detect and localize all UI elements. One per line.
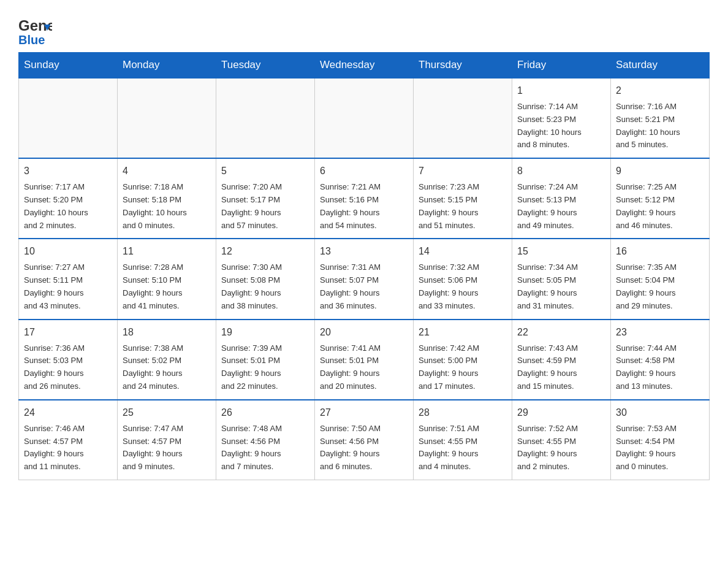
day-info: Sunrise: 7:21 AM Sunset: 5:16 PM Dayligh…: [320, 181, 408, 232]
weekday-header-sunday: Sunday: [19, 53, 118, 79]
calendar-cell: 27Sunrise: 7:50 AM Sunset: 4:56 PM Dayli…: [315, 400, 414, 480]
calendar-cell: 10Sunrise: 7:27 AM Sunset: 5:11 PM Dayli…: [19, 239, 118, 319]
day-info: Sunrise: 7:20 AM Sunset: 5:17 PM Dayligh…: [221, 181, 309, 232]
calendar-week-2: 3Sunrise: 7:17 AM Sunset: 5:20 PM Daylig…: [19, 158, 710, 239]
calendar-cell: 25Sunrise: 7:47 AM Sunset: 4:57 PM Dayli…: [118, 400, 216, 480]
calendar-cell: 13Sunrise: 7:31 AM Sunset: 5:07 PM Dayli…: [315, 239, 414, 319]
day-info: Sunrise: 7:35 AM Sunset: 5:04 PM Dayligh…: [616, 261, 704, 312]
weekday-header-tuesday: Tuesday: [216, 53, 315, 79]
day-number: 5: [221, 164, 309, 178]
day-number: 17: [24, 325, 112, 340]
day-info: Sunrise: 7:18 AM Sunset: 5:18 PM Dayligh…: [123, 181, 211, 232]
calendar-cell: 17Sunrise: 7:36 AM Sunset: 5:03 PM Dayli…: [19, 320, 118, 400]
day-number: 13: [320, 244, 408, 259]
day-info: Sunrise: 7:52 AM Sunset: 4:55 PM Dayligh…: [517, 423, 605, 473]
day-info: Sunrise: 7:42 AM Sunset: 5:00 PM Dayligh…: [419, 342, 507, 393]
day-info: Sunrise: 7:38 AM Sunset: 5:02 PM Dayligh…: [123, 342, 211, 393]
day-number: 20: [320, 325, 408, 340]
calendar-cell: 2Sunrise: 7:16 AM Sunset: 5:21 PM Daylig…: [611, 78, 710, 158]
day-number: 30: [616, 405, 704, 420]
calendar-cell: 11Sunrise: 7:28 AM Sunset: 5:10 PM Dayli…: [118, 239, 216, 319]
day-number: 18: [123, 325, 211, 340]
calendar-week-5: 24Sunrise: 7:46 AM Sunset: 4:57 PM Dayli…: [19, 400, 710, 480]
calendar-cell: 21Sunrise: 7:42 AM Sunset: 5:00 PM Dayli…: [414, 320, 512, 400]
day-number: 19: [221, 325, 309, 340]
day-number: 9: [616, 164, 704, 178]
svg-text:Blue: Blue: [18, 33, 45, 46]
calendar-cell: 19Sunrise: 7:39 AM Sunset: 5:01 PM Dayli…: [216, 320, 315, 400]
day-info: Sunrise: 7:36 AM Sunset: 5:03 PM Dayligh…: [24, 342, 112, 393]
day-number: 12: [221, 244, 309, 259]
day-number: 21: [419, 325, 507, 340]
calendar-cell: 5Sunrise: 7:20 AM Sunset: 5:17 PM Daylig…: [216, 158, 315, 239]
day-info: Sunrise: 7:39 AM Sunset: 5:01 PM Dayligh…: [221, 342, 309, 393]
calendar-cell: 1Sunrise: 7:14 AM Sunset: 5:23 PM Daylig…: [512, 78, 611, 158]
calendar-cell: 4Sunrise: 7:18 AM Sunset: 5:18 PM Daylig…: [118, 158, 216, 239]
day-info: Sunrise: 7:47 AM Sunset: 4:57 PM Dayligh…: [123, 423, 211, 473]
day-info: Sunrise: 7:14 AM Sunset: 5:23 PM Dayligh…: [517, 101, 605, 151]
calendar-cell: 18Sunrise: 7:38 AM Sunset: 5:02 PM Dayli…: [118, 320, 216, 400]
day-number: 11: [123, 244, 211, 259]
weekday-header-row: SundayMondayTuesdayWednesdayThursdayFrid…: [19, 53, 710, 79]
day-number: 27: [320, 405, 408, 420]
day-info: Sunrise: 7:51 AM Sunset: 4:55 PM Dayligh…: [419, 423, 507, 473]
weekday-header-thursday: Thursday: [414, 53, 512, 79]
calendar-week-1: 1Sunrise: 7:14 AM Sunset: 5:23 PM Daylig…: [19, 78, 710, 158]
day-number: 14: [419, 244, 507, 259]
day-number: 23: [616, 325, 704, 340]
weekday-header-wednesday: Wednesday: [315, 53, 414, 79]
logo: General Blue: [18, 12, 52, 46]
day-number: 25: [123, 405, 211, 420]
calendar-cell: 15Sunrise: 7:34 AM Sunset: 5:05 PM Dayli…: [512, 239, 611, 319]
day-info: Sunrise: 7:25 AM Sunset: 5:12 PM Dayligh…: [616, 181, 704, 232]
calendar-cell: 29Sunrise: 7:52 AM Sunset: 4:55 PM Dayli…: [512, 400, 611, 480]
calendar-header: SundayMondayTuesdayWednesdayThursdayFrid…: [19, 53, 710, 79]
calendar-cell: [414, 78, 512, 158]
day-number: 6: [320, 164, 408, 178]
calendar-cell: 30Sunrise: 7:53 AM Sunset: 4:54 PM Dayli…: [611, 400, 710, 480]
day-number: 29: [517, 405, 605, 420]
calendar-cell: 7Sunrise: 7:23 AM Sunset: 5:15 PM Daylig…: [414, 158, 512, 239]
day-info: Sunrise: 7:32 AM Sunset: 5:06 PM Dayligh…: [419, 261, 507, 312]
day-number: 16: [616, 244, 704, 259]
calendar-cell: 8Sunrise: 7:24 AM Sunset: 5:13 PM Daylig…: [512, 158, 611, 239]
day-number: 10: [24, 244, 112, 259]
calendar-table: SundayMondayTuesdayWednesdayThursdayFrid…: [18, 52, 710, 480]
day-number: 22: [517, 325, 605, 340]
logo-icon: General Blue: [18, 12, 52, 46]
day-info: Sunrise: 7:30 AM Sunset: 5:08 PM Dayligh…: [221, 261, 309, 312]
day-info: Sunrise: 7:46 AM Sunset: 4:57 PM Dayligh…: [24, 423, 112, 473]
day-info: Sunrise: 7:16 AM Sunset: 5:21 PM Dayligh…: [616, 101, 704, 151]
day-info: Sunrise: 7:41 AM Sunset: 5:01 PM Dayligh…: [320, 342, 408, 393]
calendar-cell: [216, 78, 315, 158]
calendar-week-4: 17Sunrise: 7:36 AM Sunset: 5:03 PM Dayli…: [19, 320, 710, 400]
calendar-cell: 16Sunrise: 7:35 AM Sunset: 5:04 PM Dayli…: [611, 239, 710, 319]
day-info: Sunrise: 7:44 AM Sunset: 4:58 PM Dayligh…: [616, 342, 704, 393]
calendar-cell: 23Sunrise: 7:44 AM Sunset: 4:58 PM Dayli…: [611, 320, 710, 400]
day-number: 2: [616, 83, 704, 98]
calendar-cell: 9Sunrise: 7:25 AM Sunset: 5:12 PM Daylig…: [611, 158, 710, 239]
day-info: Sunrise: 7:43 AM Sunset: 4:59 PM Dayligh…: [517, 342, 605, 393]
day-info: Sunrise: 7:23 AM Sunset: 5:15 PM Dayligh…: [419, 181, 507, 232]
day-info: Sunrise: 7:48 AM Sunset: 4:56 PM Dayligh…: [221, 423, 309, 473]
calendar-cell: [118, 78, 216, 158]
calendar-cell: 20Sunrise: 7:41 AM Sunset: 5:01 PM Dayli…: [315, 320, 414, 400]
calendar-cell: 26Sunrise: 7:48 AM Sunset: 4:56 PM Dayli…: [216, 400, 315, 480]
day-info: Sunrise: 7:34 AM Sunset: 5:05 PM Dayligh…: [517, 261, 605, 312]
weekday-header-monday: Monday: [118, 53, 216, 79]
day-info: Sunrise: 7:31 AM Sunset: 5:07 PM Dayligh…: [320, 261, 408, 312]
calendar-cell: 12Sunrise: 7:30 AM Sunset: 5:08 PM Dayli…: [216, 239, 315, 319]
day-number: 28: [419, 405, 507, 420]
calendar-cell: 3Sunrise: 7:17 AM Sunset: 5:20 PM Daylig…: [19, 158, 118, 239]
calendar-cell: 28Sunrise: 7:51 AM Sunset: 4:55 PM Dayli…: [414, 400, 512, 480]
day-info: Sunrise: 7:27 AM Sunset: 5:11 PM Dayligh…: [24, 261, 112, 312]
calendar-body: 1Sunrise: 7:14 AM Sunset: 5:23 PM Daylig…: [19, 78, 710, 480]
day-number: 1: [517, 83, 605, 98]
weekday-header-friday: Friday: [512, 53, 611, 79]
day-info: Sunrise: 7:17 AM Sunset: 5:20 PM Dayligh…: [24, 181, 112, 232]
calendar-week-3: 10Sunrise: 7:27 AM Sunset: 5:11 PM Dayli…: [19, 239, 710, 319]
day-number: 24: [24, 405, 112, 420]
day-number: 4: [123, 164, 211, 178]
day-number: 8: [517, 164, 605, 178]
calendar-cell: [315, 78, 414, 158]
